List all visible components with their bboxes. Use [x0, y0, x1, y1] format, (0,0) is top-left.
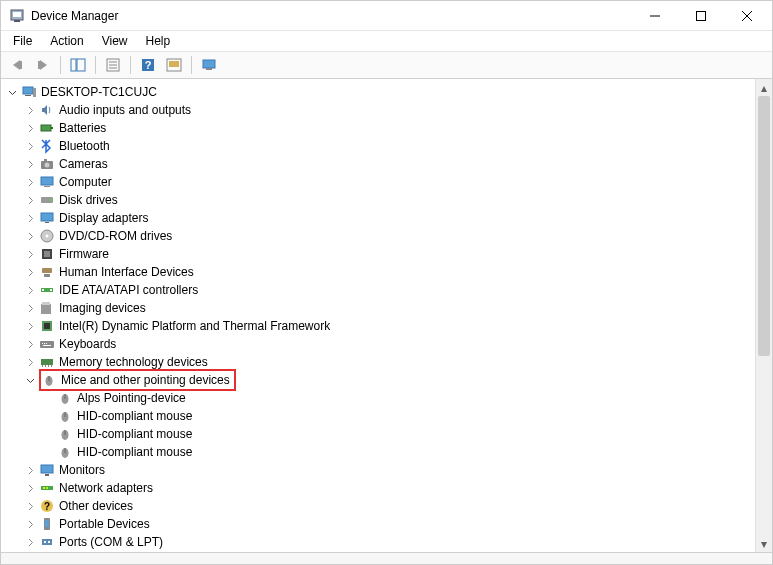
toolbar-separator — [60, 56, 61, 74]
chevron-right-icon[interactable] — [23, 337, 37, 351]
chevron-right-icon[interactable] — [23, 319, 37, 333]
maximize-button[interactable] — [678, 1, 724, 31]
svg-rect-19 — [203, 60, 215, 68]
category-node[interactable]: Firmware — [23, 245, 755, 263]
category-node[interactable]: Network adapters — [23, 479, 755, 497]
chevron-down-icon[interactable] — [23, 373, 37, 387]
chevron-right-icon[interactable] — [23, 499, 37, 513]
toolbar-separator — [130, 56, 131, 74]
category-label: Firmware — [59, 245, 109, 263]
chevron-right-icon[interactable] — [23, 265, 37, 279]
menu-view[interactable]: View — [94, 32, 136, 50]
chevron-right-icon[interactable] — [23, 463, 37, 477]
battery-icon — [39, 120, 55, 136]
svg-text:?: ? — [44, 501, 50, 512]
category-node[interactable]: Monitors — [23, 461, 755, 479]
svg-rect-18 — [169, 61, 179, 67]
window-controls — [632, 1, 770, 31]
category-node[interactable]: Display adapters — [23, 209, 755, 227]
category-node[interactable]: Intel(R) Dynamic Platform and Thermal Fr… — [23, 317, 755, 335]
chevron-right-icon[interactable] — [23, 355, 37, 369]
firmware-icon — [39, 246, 55, 262]
chevron-right-icon[interactable] — [23, 247, 37, 261]
imaging-icon — [39, 300, 55, 316]
scroll-up-icon[interactable]: ▴ — [756, 79, 772, 96]
chevron-right-icon[interactable] — [23, 229, 37, 243]
svg-rect-39 — [42, 268, 52, 273]
category-node[interactable]: Computer — [23, 173, 755, 191]
category-node[interactable]: Imaging devices — [23, 299, 755, 317]
svg-rect-10 — [77, 59, 85, 71]
toolbar-separator — [95, 56, 96, 74]
device-node[interactable]: HID-compliant mouse — [41, 443, 755, 461]
vertical-scrollbar[interactable]: ▴ ▾ — [755, 79, 772, 552]
category-node[interactable]: IDE ATA/ATAPI controllers — [23, 281, 755, 299]
category-node[interactable]: Mice and other pointing devices — [23, 371, 755, 389]
chevron-right-icon[interactable] — [23, 301, 37, 315]
category-node[interactable]: Ports (COM & LPT) — [23, 533, 755, 551]
monitor-icon — [39, 462, 55, 478]
svg-text:?: ? — [145, 59, 152, 71]
category-node[interactable]: DVD/CD-ROM drives — [23, 227, 755, 245]
device-tree[interactable]: DESKTOP-TC1CUJCAudio inputs and outputsB… — [1, 79, 755, 552]
svg-rect-34 — [45, 222, 49, 223]
scroll-down-icon[interactable]: ▾ — [756, 535, 772, 552]
tree-root[interactable]: DESKTOP-TC1CUJC — [5, 83, 755, 101]
chevron-right-icon[interactable] — [23, 193, 37, 207]
properties-button[interactable] — [101, 54, 125, 76]
menu-action[interactable]: Action — [42, 32, 91, 50]
devices-view-button[interactable] — [197, 54, 221, 76]
chevron-right-icon[interactable] — [23, 283, 37, 297]
category-node[interactable]: Keyboards — [23, 335, 755, 353]
minimize-button[interactable] — [632, 1, 678, 31]
category-node[interactable]: Cameras — [23, 155, 755, 173]
svg-point-32 — [50, 199, 52, 201]
chevron-right-icon[interactable] — [23, 103, 37, 117]
chevron-right-icon[interactable] — [23, 157, 37, 171]
device-node[interactable]: HID-compliant mouse — [41, 407, 755, 425]
category-node[interactable]: ?Other devices — [23, 497, 755, 515]
scroll-thumb[interactable] — [758, 96, 770, 356]
ports-icon — [39, 534, 55, 550]
chevron-right-icon[interactable] — [23, 175, 37, 189]
category-node[interactable]: Batteries — [23, 119, 755, 137]
category-node[interactable]: Disk drives — [23, 191, 755, 209]
chevron-down-icon[interactable] — [5, 85, 19, 99]
device-node[interactable]: Alps Pointing-device — [41, 389, 755, 407]
svg-point-36 — [46, 235, 49, 238]
device-node[interactable]: HID-compliant mouse — [41, 425, 755, 443]
menu-help[interactable]: Help — [138, 32, 179, 50]
svg-rect-52 — [43, 345, 51, 346]
svg-rect-57 — [51, 365, 52, 367]
svg-rect-50 — [44, 343, 45, 344]
chevron-right-icon[interactable] — [23, 139, 37, 153]
close-button[interactable] — [724, 1, 770, 31]
svg-rect-68 — [41, 465, 53, 473]
expand-placeholder — [41, 427, 55, 441]
titlebar: Device Manager — [1, 1, 772, 31]
show-hide-tree-button[interactable] — [66, 54, 90, 76]
category-label: Keyboards — [59, 335, 116, 353]
nav-back-button[interactable] — [5, 54, 29, 76]
chevron-right-icon[interactable] — [23, 535, 37, 549]
category-label: Portable Devices — [59, 515, 150, 533]
category-label: Mice and other pointing devices — [61, 371, 230, 389]
nav-forward-button[interactable] — [31, 54, 55, 76]
hid-icon — [39, 264, 55, 280]
category-node[interactable]: Audio inputs and outputs — [23, 101, 755, 119]
svg-rect-48 — [40, 341, 54, 348]
chevron-right-icon[interactable] — [23, 211, 37, 225]
category-node[interactable]: Human Interface Devices — [23, 263, 755, 281]
help-button[interactable]: ? — [136, 54, 160, 76]
category-node[interactable]: Bluetooth — [23, 137, 755, 155]
scan-hardware-button[interactable] — [162, 54, 186, 76]
mouse-icon — [57, 390, 73, 406]
category-node[interactable]: Portable Devices — [23, 515, 755, 533]
menu-file[interactable]: File — [5, 32, 40, 50]
device-label: HID-compliant mouse — [77, 443, 192, 461]
root-label: DESKTOP-TC1CUJC — [41, 83, 157, 101]
toolbar: ? — [1, 51, 772, 79]
chevron-right-icon[interactable] — [23, 481, 37, 495]
chevron-right-icon[interactable] — [23, 517, 37, 531]
chevron-right-icon[interactable] — [23, 121, 37, 135]
